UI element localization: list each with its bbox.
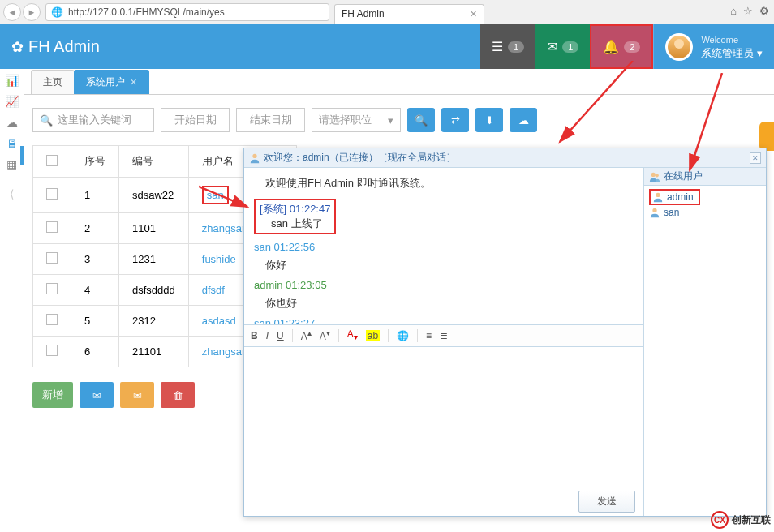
col-checkbox <box>33 146 71 178</box>
add-button[interactable]: 新增 <box>32 382 73 408</box>
emoji-button[interactable]: 🌐 <box>397 330 409 341</box>
envelope-icon: ✉ <box>547 39 557 54</box>
user-menu[interactable]: Welcome 系统管理员 ▾ <box>653 24 774 69</box>
underline-button[interactable]: U <box>277 330 284 341</box>
position-select[interactable]: 请选择职位 ▾ <box>312 108 401 132</box>
tab-bar: 主页 系统用户✕ <box>24 69 774 95</box>
browser-tab[interactable]: FH Admin ✕ <box>334 4 484 24</box>
messages-button[interactable]: ✉ 1 <box>535 24 590 69</box>
cell-no: 1101 <box>119 213 189 244</box>
font-color-button[interactable]: A▾ <box>347 328 358 341</box>
chat-window: 欢迎您：admin（已连接）［现在全局对话］ ✕ 欢迎使用FH Admin 即时… <box>243 148 767 517</box>
cell-seq: 6 <box>71 337 119 367</box>
sidebar-collapse-icon[interactable]: ⟨ <box>10 187 14 200</box>
col-no: 编号 <box>119 146 189 178</box>
tab-users[interactable]: 系统用户✕ <box>74 70 149 94</box>
send-button[interactable]: 发送 <box>578 491 635 513</box>
row-checkbox[interactable] <box>46 314 58 325</box>
row-checkbox[interactable] <box>46 252 58 264</box>
sidebar-dashboard-icon[interactable]: 📊 <box>5 74 19 87</box>
messages-badge: 1 <box>562 41 578 53</box>
svg-point-4 <box>652 208 656 212</box>
fontsize-down-button[interactable]: A▾ <box>320 328 330 342</box>
browser-bar: ◄ ► 🌐 http://127.0.0.1/FHMYSQL/main/yes … <box>0 0 774 24</box>
cell-seq: 5 <box>71 306 119 337</box>
row-checkbox[interactable] <box>46 283 58 294</box>
cloud-button[interactable]: ☁ <box>510 108 537 132</box>
fontsize-up-button[interactable]: A▴ <box>301 328 312 342</box>
gear-icon[interactable]: ⚙ <box>759 5 769 17</box>
chat-msg-body: 你好 <box>254 258 634 272</box>
tab-close-icon[interactable]: ✕ <box>130 77 137 87</box>
bars-icon: ☰ <box>492 39 503 54</box>
chevron-down-icon: ▾ <box>388 114 393 127</box>
row-checkbox[interactable] <box>46 345 58 356</box>
svg-point-0 <box>252 153 256 157</box>
cell-no: 1231 <box>119 244 189 275</box>
users-icon <box>649 171 660 182</box>
chat-close-button[interactable]: ✕ <box>750 152 761 164</box>
highlight-button[interactable]: ab <box>366 330 380 341</box>
online-user[interactable]: san <box>649 205 761 220</box>
online-user[interactable]: admin <box>649 189 700 205</box>
chat-msg-head: san 01:23:27 <box>254 317 634 324</box>
star-icon[interactable]: ☆ <box>743 5 753 17</box>
bold-button[interactable]: B <box>251 330 258 341</box>
welcome-label: Welcome <box>701 35 738 45</box>
row-checkbox[interactable] <box>46 188 58 200</box>
menu-toggle[interactable]: ☰ 1 <box>480 24 535 69</box>
toolbar: 🔍 这里输入关键词 开始日期 结束日期 请选择职位 ▾ 🔍 ⇄ ⬇ ☁ <box>24 95 774 145</box>
bell-icon: 🔔 <box>603 39 619 54</box>
url-bar[interactable]: 🌐 http://127.0.0.1/FHMYSQL/main/yes <box>45 3 329 21</box>
cell-seq: 3 <box>71 244 119 275</box>
mail2-button[interactable]: ✉ <box>120 382 154 408</box>
search-input[interactable]: 🔍 这里输入关键词 <box>32 108 154 132</box>
cell-seq: 2 <box>71 213 119 244</box>
mail-button[interactable]: ✉ <box>80 382 114 408</box>
list-ol-button[interactable]: ≡ <box>426 330 432 341</box>
sidebar-cloud-icon[interactable]: ☁ <box>6 116 18 129</box>
svg-point-1 <box>651 172 656 176</box>
message-input[interactable] <box>244 347 643 487</box>
end-date-input[interactable]: 结束日期 <box>236 108 305 132</box>
download-button[interactable]: ⬇ <box>475 108 503 132</box>
list-ul-button[interactable]: ≣ <box>440 330 448 341</box>
forward-button[interactable]: ► <box>23 3 41 21</box>
sidebar-chart-icon[interactable]: 📈 <box>5 95 19 108</box>
cell-seq: 4 <box>71 275 119 306</box>
sidebar-grid-icon[interactable]: ▦ <box>6 158 17 171</box>
back-button[interactable]: ◄ <box>3 3 21 21</box>
app-header: ✿ FH Admin ☰ 1 ✉ 1 🔔 2 Welcome 系统管理员 ▾ <box>0 24 774 69</box>
url-text: http://127.0.0.1/FHMYSQL/main/yes <box>68 6 225 18</box>
chat-messages: 欢迎使用FH Admin 即时通讯系统。 [系统] 01:22:47san 上线… <box>244 168 643 324</box>
side-tab[interactable] <box>759 122 774 151</box>
tab-home[interactable]: 主页 <box>31 70 75 94</box>
search-button[interactable]: 🔍 <box>407 108 435 132</box>
chat-msg-head: san 01:22:56 <box>254 241 634 253</box>
italic-button[interactable]: I <box>266 330 269 341</box>
sidebar: 📊 📈 ☁ 🖥 ▦ ⟨ <box>0 69 24 532</box>
cell-seq: 1 <box>71 178 119 213</box>
delete-button[interactable]: 🗑 <box>161 382 195 408</box>
svg-point-2 <box>655 174 658 177</box>
sidebar-monitor-icon[interactable]: 🖥 <box>6 137 18 150</box>
col-seq: 序号 <box>71 146 119 178</box>
cell-no: sdsaw22 <box>119 178 189 213</box>
swap-button[interactable]: ⇄ <box>441 108 469 132</box>
svg-point-3 <box>656 193 660 197</box>
cell-no: 2312 <box>119 306 189 337</box>
tab-close-icon[interactable]: ✕ <box>470 9 477 19</box>
start-date-input[interactable]: 开始日期 <box>161 108 230 132</box>
search-icon: 🔍 <box>40 114 53 127</box>
app-name: FH Admin <box>28 37 100 56</box>
checkbox-all[interactable] <box>46 155 58 166</box>
chat-titlebar[interactable]: 欢迎您：admin（已连接）［现在全局对话］ ✕ <box>244 148 766 168</box>
row-checkbox[interactable] <box>46 221 58 233</box>
cell-no: dsfsdddd <box>119 275 189 306</box>
chat-msg-head: admin 01:23:05 <box>254 279 634 291</box>
globe-icon: 🌐 <box>51 6 63 18</box>
notifications-button[interactable]: 🔔 2 <box>590 24 653 69</box>
chevron-down-icon: ▾ <box>757 47 763 59</box>
chat-welcome: 欢迎使用FH Admin 即时通讯系统。 <box>254 176 634 191</box>
home-icon[interactable]: ⌂ <box>730 5 737 17</box>
